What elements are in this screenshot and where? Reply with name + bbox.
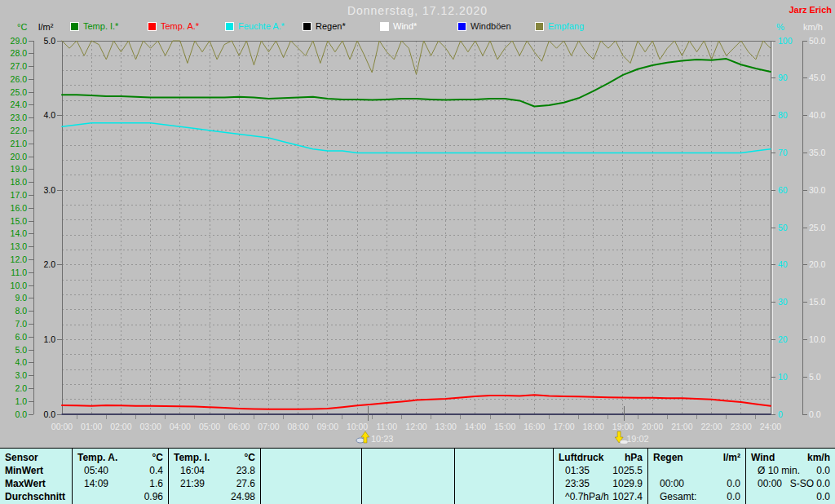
- time-tick-label: 15:00: [494, 422, 515, 431]
- table-col-luftdruck: LuftdruckhPa01:351025.523:351029.9^0.7hP…: [553, 449, 647, 504]
- axis-tick-label-wind_kmh: 15.0: [809, 297, 826, 307]
- table-cell-row0: Temp. A.°C: [73, 451, 168, 464]
- axis-tick-label-humidity_pct: 10: [778, 372, 788, 382]
- axis-tick-label-temp_c: 7.0: [15, 319, 27, 329]
- time-tick-label: 17:00: [553, 422, 574, 431]
- table-col-empty: [361, 449, 454, 504]
- time-tick-label: 12:00: [405, 422, 426, 431]
- table-cell-left: [751, 490, 758, 503]
- axis-tick-label-wind_kmh: 25.0: [809, 223, 826, 232]
- table-cell-left: Ø 10 min.: [751, 464, 800, 477]
- axis-tick-label-rain_lm2: 3.0: [43, 185, 55, 195]
- axis-tick-label-humidity_pct: 0: [778, 409, 783, 419]
- time-tick-label: 22:00: [700, 422, 722, 431]
- table-cell-left: Luftdruck: [559, 451, 603, 464]
- table-cell-left: 01:35: [559, 464, 590, 477]
- axis-tick-label-temp_c: 0.0: [15, 409, 27, 419]
- table-cell-left: 16:04: [174, 464, 205, 477]
- axis-tick-label-temp_c: 18.0: [11, 177, 28, 187]
- table-row-label-minwert: MinWert: [0, 464, 72, 477]
- table-cell-row2: [261, 477, 361, 490]
- axis-tick-label-wind_kmh: 45.0: [809, 73, 826, 82]
- time-tick-label: 19:00: [612, 422, 634, 431]
- axis-tick-label-temp_c: 22.0: [11, 126, 28, 135]
- table-cell-row3: 24.98: [169, 490, 260, 503]
- table-cell-row1: 16:0423.8: [169, 464, 260, 477]
- axis-tick-label-temp_c: 23.0: [11, 113, 28, 122]
- axis-tick-label-wind_kmh: 0.0: [809, 409, 821, 419]
- axis-tick-label-temp_c: 3.0: [15, 370, 27, 380]
- axis-tick-label-temp_c: 26.0: [11, 74, 28, 84]
- table-cell-right: 1029.9: [612, 477, 643, 490]
- table-cell-row2: [455, 477, 553, 490]
- axis-tick-label-temp_c: 16.0: [11, 203, 28, 213]
- time-tick-label: 14:00: [465, 422, 486, 431]
- table-cell-right: l/m²: [723, 451, 740, 464]
- table-col-empty: [454, 449, 553, 504]
- table-cell-row1: Ø 10 min.0.0: [746, 464, 835, 477]
- table-cell-right: 23.8: [236, 464, 255, 477]
- axis-tick-label-temp_c: 20.0: [11, 152, 28, 161]
- time-tick-label: 00:00: [51, 422, 73, 431]
- table-cell-row2: 00:000.0: [648, 477, 745, 490]
- table-row-labels: SensorMinWertMaxWertDurchschnitt: [0, 449, 72, 504]
- table-cell-row2: 21:3927.6: [169, 477, 260, 490]
- table-cell-left: [460, 464, 466, 477]
- table-cell-row1: [261, 464, 361, 477]
- axis-tick-label-temp_c: 28.0: [11, 48, 28, 58]
- table-row-label-maxwert: MaxWert: [0, 477, 72, 490]
- chart-canvas: 0.01.02.03.04.05.06.07.08.09.010.011.012…: [0, 0, 835, 447]
- axis-tick-label-wind_kmh: 5.0: [809, 372, 821, 382]
- axis-tick-label-temp_c: 29.0: [11, 36, 28, 46]
- table-cell-row2: [362, 477, 454, 490]
- table-cell-left: Regen: [653, 451, 683, 464]
- table-cell-left: [367, 464, 373, 477]
- table-cell-row0: Temp. I.°C: [169, 451, 260, 464]
- axis-tick-label-rain_lm2: 4.0: [43, 110, 55, 120]
- table-cell-left: [367, 490, 373, 503]
- table-cell-row3: [455, 490, 553, 503]
- time-tick-label: 03:00: [139, 422, 161, 431]
- table-cell-right: 0.0: [727, 490, 740, 503]
- axis-tick-label-temp_c: 12.0: [11, 254, 28, 264]
- table-cell-left: [460, 490, 466, 503]
- axis-tick-label-wind_kmh: 20.0: [809, 259, 826, 269]
- table-cell-right: S-SO 0.0: [790, 477, 830, 490]
- axis-tick-label-humidity_pct: 20: [778, 334, 788, 344]
- time-tick-label: 23:00: [731, 422, 752, 431]
- time-tick-label: 24:00: [760, 422, 781, 431]
- table-col-temp-a: Temp. A.°C05:400.414:091.60.96: [72, 449, 168, 504]
- table-cell-left: [266, 464, 272, 477]
- table-cell-left: [174, 490, 180, 503]
- axis-tick-label-rain_lm2: 5.0: [43, 36, 55, 46]
- table-cell-right: 1027.4: [612, 490, 643, 503]
- axis-tick-label-rain_lm2: 1.0: [43, 334, 55, 344]
- axis-tick-label-temp_c: 5.0: [15, 345, 27, 355]
- time-tick-label: 13:00: [435, 422, 457, 431]
- table-cell-row2: 23:351029.9: [554, 477, 647, 490]
- axis-tick-label-temp_c: 25.0: [11, 87, 28, 97]
- table-cell-left: Temp. A.: [77, 451, 117, 464]
- time-tick-label: 21:00: [671, 422, 692, 431]
- table-cell-left: [460, 477, 466, 490]
- table-cell-left: 21:39: [174, 477, 205, 490]
- time-tick-label: 06:00: [228, 422, 250, 431]
- table-cell-row1: [455, 464, 553, 477]
- axis-tick-label-temp_c: 9.0: [15, 293, 27, 303]
- statistics-table: SensorMinWertMaxWertDurchschnittTemp. A.…: [0, 448, 835, 504]
- table-cell-row1: 01:351025.5: [554, 464, 647, 477]
- table-col-regen: Regenl/m²00:000.0Gesamt:0.0: [647, 449, 745, 504]
- axis-tick-label-temp_c: 13.0: [11, 241, 28, 251]
- table-cell-row3: [261, 490, 361, 503]
- axis-tick-label-temp_c: 14.0: [11, 228, 28, 238]
- axis-tick-label-humidity_pct: 70: [778, 148, 788, 157]
- table-cell-left: Gesamt:: [653, 490, 696, 503]
- axis-tick-label-temp_c: 8.0: [15, 306, 27, 316]
- axis-tick-label-humidity_pct: 100: [778, 36, 793, 46]
- time-tick-label: 11:00: [377, 422, 398, 431]
- table-cell-left: ^0.7hPa/h: [559, 490, 609, 503]
- table-cell-row1: [648, 464, 745, 477]
- time-tick-label: 04:00: [170, 422, 191, 431]
- table-cell-row0: LuftdruckhPa: [554, 451, 647, 464]
- axis-tick-label-humidity_pct: 30: [778, 297, 788, 307]
